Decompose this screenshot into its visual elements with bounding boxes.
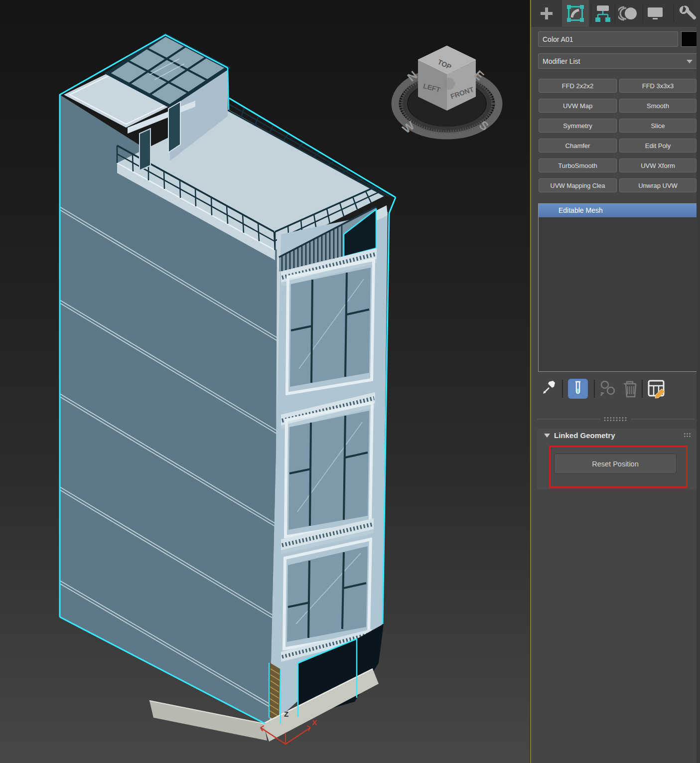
make-unique-icon[interactable] — [601, 381, 614, 396]
3dsmax-window: Z X TOP LEFT FRONT — [0, 0, 700, 763]
modify-icon — [567, 5, 584, 22]
hierarchy-icon — [594, 4, 611, 22]
pin-stack-icon[interactable] — [543, 381, 555, 394]
axis-z-label: Z — [284, 710, 288, 718]
modifier-button-ffd2x2x2[interactable]: FFD 2x2x2 — [539, 79, 617, 93]
object-color-swatch[interactable] — [681, 31, 698, 47]
create-plus-icon — [539, 6, 554, 21]
modifier-button-ffd3x3x3[interactable]: FFD 3x3x3 — [619, 79, 697, 93]
tab-motion[interactable] — [617, 0, 640, 27]
modifier-button-unwrap-uvw[interactable]: Unwrap UVW — [619, 178, 697, 192]
modifier-list-dropdown[interactable]: Modifier List — [538, 53, 698, 69]
tab-display[interactable] — [645, 0, 666, 27]
modifier-stack[interactable]: Editable Mesh — [538, 203, 699, 372]
panel-scrollbar[interactable] — [697, 0, 700, 763]
modifier-button-uvw-map[interactable]: UVW Map — [539, 99, 617, 113]
modifier-button-turbosmooth[interactable]: TurboSmooth — [539, 158, 617, 172]
stack-item-label: Editable Mesh — [559, 206, 603, 214]
stack-item-editable-mesh[interactable]: Editable Mesh — [539, 204, 699, 217]
penthouse-door-2 — [140, 129, 150, 170]
modifier-button-chamfer[interactable]: Chamfer — [539, 139, 617, 153]
modifier-button-symmetry[interactable]: Symmetry — [539, 119, 617, 133]
rollout-header[interactable]: Linked Geometry — [537, 429, 697, 443]
motion-icon — [618, 5, 638, 21]
display-icon — [647, 6, 663, 21]
command-panel-tabs — [531, 0, 700, 27]
panel-grip-divider[interactable] — [531, 417, 700, 422]
command-panel: Color A01 Modifier List FFD 2x2x2 FFD 3x… — [531, 0, 700, 763]
perspective-viewport[interactable]: Z X TOP LEFT FRONT — [0, 0, 530, 763]
modifier-list-label: Modifier List — [543, 57, 580, 65]
remove-modifier-trash-icon[interactable] — [624, 382, 636, 397]
rollout-drag-grip-icon[interactable] — [684, 433, 692, 438]
modifier-button-uvw-xform[interactable]: UVW Xform — [619, 158, 697, 172]
object-name-field[interactable]: Color A01 — [538, 31, 678, 47]
modifier-button-slice[interactable]: Slice — [619, 119, 697, 133]
building-model[interactable]: Z X — [60, 35, 396, 744]
modifier-button-smooth[interactable]: Smooth — [619, 99, 697, 113]
utilities-wrench-icon — [679, 4, 697, 22]
tab-modify[interactable] — [562, 0, 589, 27]
object-name-value: Color A01 — [543, 35, 573, 43]
building-facade — [269, 205, 388, 727]
show-end-result-icon[interactable] — [568, 379, 588, 399]
configure-modifier-sets-icon[interactable] — [649, 381, 665, 398]
modifier-button-edit-poly[interactable]: Edit Poly — [619, 139, 697, 153]
viewport-canvas[interactable]: Z X TOP LEFT FRONT — [0, 0, 530, 763]
tab-hierarchy[interactable] — [592, 0, 614, 27]
chevron-down-icon — [687, 60, 693, 63]
stack-toolbar — [538, 378, 688, 401]
reset-position-button[interactable]: Reset Position — [554, 454, 677, 474]
penthouse-door — [168, 102, 180, 153]
modifier-button-uvw-mapping-clear[interactable]: UVW Mapping Clea — [539, 178, 617, 192]
tab-create[interactable] — [536, 0, 557, 27]
rollout-title: Linked Geometry — [554, 431, 615, 440]
tab-utilities[interactable] — [677, 0, 699, 27]
axis-x-label: X — [312, 718, 317, 727]
rollout-linked-geometry: Linked Geometry Reset Position — [537, 429, 697, 489]
viewcube[interactable]: TOP LEFT FRONT N E S W — [395, 46, 499, 136]
rollout-collapse-arrow-icon — [544, 434, 550, 438]
